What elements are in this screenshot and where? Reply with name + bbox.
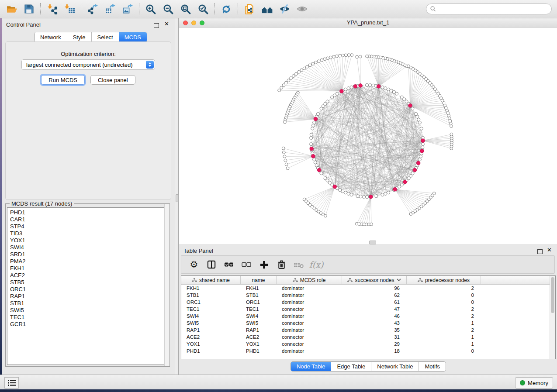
column-header-predecessor-nodes[interactable]: predecessor nodes [407,276,481,284]
mcds-result-item[interactable]: PMA2 [10,258,168,265]
split-panel-button[interactable] [206,259,217,270]
table-scrollbar[interactable] [550,276,555,359]
search-input[interactable] [436,5,551,14]
table-row[interactable]: RAP1RAP1dominator352 [181,327,555,334]
zoom-selected-button[interactable] [194,1,212,17]
add-column-button[interactable] [258,259,270,270]
table-row[interactable]: STB1STB1dominator620 [181,292,555,299]
window-close-icon[interactable] [183,21,188,25]
table-cell: 61 [342,299,407,305]
column-header-shared-name[interactable]: shared name [181,276,241,284]
optimization-criterion-label: Optimization criterion: [6,51,171,57]
mcds-result-item[interactable]: ORC1 [10,286,168,293]
table-settings-button[interactable]: ⚙ [188,259,200,270]
window-maximize-icon[interactable] [200,21,204,25]
tab-node-table[interactable]: Node Table [291,362,331,371]
mcds-result-scrollbar[interactable] [164,204,170,366]
mcds-result-item[interactable]: PHD1 [10,209,168,216]
attribute-type-icon [347,278,353,282]
task-history-button[interactable] [4,377,19,389]
tab-mcds[interactable]: MCDS [119,32,147,42]
import-network-button[interactable] [43,1,61,17]
export-network-button[interactable] [84,1,101,17]
open-file-button[interactable] [3,1,20,17]
criterion-dropdown[interactable]: largest connected component (undirected) [21,59,155,70]
tab-edge-table[interactable]: Edge Table [331,362,371,371]
column-header-mcds-role[interactable]: MCDS role [277,276,342,284]
toolbar-separator [40,3,41,15]
vertical-splitter[interactable] [175,18,179,375]
mcds-result-item[interactable]: STB5 [10,279,168,286]
float-table-panel-button[interactable] [537,248,543,256]
tab-network-table[interactable]: Network Table [371,362,419,371]
float-window-icon [154,23,159,28]
hide-selected-button[interactable] [276,1,293,17]
column-header-successor-nodes[interactable]: successor nodes [342,276,407,284]
zoom-in-button[interactable] [142,1,159,17]
table-row[interactable]: ACE2ACE2connector311 [181,334,555,340]
table-row[interactable]: PHD1PHD1dominator180 [181,347,555,354]
table-cell: SWI5 [181,320,241,326]
import-table-button[interactable] [61,1,78,17]
clone-network-button[interactable] [241,1,258,17]
mcds-result-item[interactable]: SRD1 [10,251,168,258]
run-mcds-button[interactable]: Run MCDS [41,75,85,85]
zoom-fit-button[interactable] [177,1,194,17]
close-panel-button[interactable]: ✕ [164,22,169,26]
tab-motifs[interactable]: Motifs [419,362,446,371]
table-row[interactable]: SWI5SWI5connector431 [181,320,555,327]
memory-button[interactable]: Memory [515,377,553,389]
export-image-button[interactable] [119,1,136,17]
mcds-result-item[interactable]: SWI5 [10,307,168,314]
toolbar-separator [81,3,81,15]
table-row[interactable]: ORC1ORC1dominator610 [181,299,555,306]
mcds-result-item[interactable]: TID3 [10,230,168,237]
network-canvas[interactable] [179,28,557,244]
table-cell: YOX1 [181,341,241,347]
table-row[interactable]: YOX1YOX1connector291 [181,340,555,347]
network-search-field[interactable] [426,3,552,14]
mcds-result-item[interactable]: FKH1 [10,265,168,272]
mcds-result-item[interactable]: GCR1 [10,321,168,328]
table-scrollbar-thumb[interactable] [551,277,554,313]
tab-network[interactable]: Network [35,32,67,42]
mcds-result-item[interactable]: CAR1 [10,216,168,223]
export-table-button[interactable] [101,1,119,17]
show-all-networks-button[interactable] [258,1,276,17]
select-all-button[interactable] [223,259,235,270]
mcds-result-item[interactable]: SWI4 [10,244,168,251]
clear-table-button[interactable] [293,259,304,270]
deselect-all-button[interactable] [241,259,252,270]
table-row[interactable]: TEC1TEC1connector472 [181,306,555,313]
delete-column-button[interactable] [276,259,287,270]
close-panel-button-secondary[interactable]: Close panel [90,75,135,85]
column-header-name[interactable]: name [241,276,277,284]
mcds-result-item[interactable]: TEC1 [10,314,168,321]
show-selected-button[interactable] [293,1,311,17]
table-panel: Table Panel ✕ ⚙ f(x) [179,244,557,375]
float-panel-button[interactable] [154,22,159,30]
window-minimize-icon[interactable] [191,21,196,25]
table-cell: TEC1 [181,306,241,312]
table-cell: PHD1 [181,348,241,354]
mcds-result-item[interactable]: ACE2 [10,272,168,279]
table-row[interactable]: SWI4SWI4dominator462 [181,313,555,320]
mcds-result-item[interactable]: STP4 [10,223,168,230]
horizontal-splitter-handle[interactable] [369,241,376,244]
zoom-out-button[interactable] [159,1,177,17]
refresh-button[interactable] [218,1,235,17]
table-panel-tabbar: Node Table Edge Table Network Table Moti… [179,361,557,371]
tab-style[interactable]: Style [67,32,91,42]
toolbar-separator [214,3,215,15]
tab-select[interactable]: Select [91,32,119,42]
vertical-splitter-handle[interactable] [176,194,179,202]
save-session-button[interactable] [20,1,38,17]
apply-function-button[interactable]: f(x) [311,259,322,270]
table-cell: 1 [407,341,481,347]
close-table-panel-button[interactable]: ✕ [547,248,552,252]
mcds-result-item[interactable]: STB1 [10,300,168,307]
mcds-result-list[interactable]: PHD1CAR1STP4TID3YOX1SWI4SRD1PMA2FKH1ACE2… [7,207,168,365]
table-row[interactable]: FKH1FKH1dominator962 [181,285,555,292]
mcds-result-item[interactable]: YOX1 [10,237,168,244]
mcds-result-item[interactable]: RAP1 [10,293,168,300]
